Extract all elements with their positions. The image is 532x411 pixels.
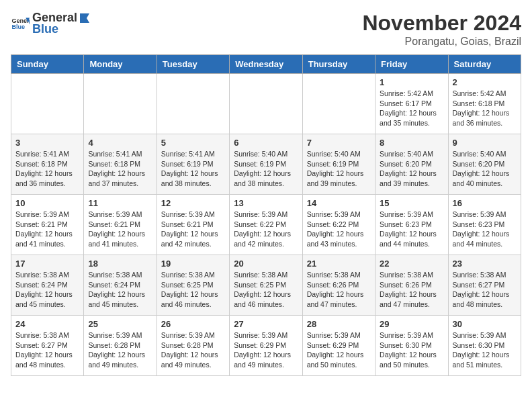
calendar-week-row: 17Sunrise: 5:38 AM Sunset: 6:24 PM Dayli… (11, 255, 521, 316)
day-number: 22 (380, 259, 443, 269)
calendar-cell: 28Sunrise: 5:39 AM Sunset: 6:29 PM Dayli… (302, 316, 375, 376)
day-info: Sunrise: 5:39 AM Sunset: 6:29 PM Dayligh… (234, 330, 298, 370)
calendar-cell: 25Sunrise: 5:39 AM Sunset: 6:28 PM Dayli… (84, 316, 157, 376)
day-info: Sunrise: 5:39 AM Sunset: 6:22 PM Dayligh… (234, 210, 298, 249)
day-number: 13 (234, 198, 298, 208)
day-number: 10 (15, 198, 79, 208)
calendar-cell: 24Sunrise: 5:38 AM Sunset: 6:27 PM Dayli… (11, 316, 84, 376)
calendar-cell: 17Sunrise: 5:38 AM Sunset: 6:24 PM Dayli… (11, 255, 84, 316)
calendar-table: SundayMondayTuesdayWednesdayThursdayFrid… (11, 54, 521, 376)
calendar-cell: 16Sunrise: 5:39 AM Sunset: 6:23 PM Dayli… (448, 195, 521, 255)
svg-marker-4 (80, 13, 89, 23)
day-number: 21 (307, 259, 371, 269)
page-header: General Blue General Blue November 2024 … (11, 11, 521, 48)
weekday-header-thursday: Thursday (302, 55, 375, 74)
day-number: 29 (380, 319, 443, 329)
day-info: Sunrise: 5:41 AM Sunset: 6:18 PM Dayligh… (88, 149, 152, 189)
calendar-cell: 19Sunrise: 5:38 AM Sunset: 6:25 PM Dayli… (157, 255, 229, 316)
weekday-header-wednesday: Wednesday (230, 55, 302, 74)
calendar-cell: 22Sunrise: 5:38 AM Sunset: 6:26 PM Dayli… (375, 255, 448, 316)
day-info: Sunrise: 5:38 AM Sunset: 6:26 PM Dayligh… (380, 270, 443, 310)
day-info: Sunrise: 5:40 AM Sunset: 6:20 PM Dayligh… (380, 149, 443, 189)
calendar-cell: 9Sunrise: 5:40 AM Sunset: 6:20 PM Daylig… (448, 134, 521, 195)
calendar-cell (11, 74, 84, 134)
calendar-cell: 27Sunrise: 5:39 AM Sunset: 6:29 PM Dayli… (230, 316, 302, 376)
logo-flag-icon (79, 12, 91, 24)
day-info: Sunrise: 5:40 AM Sunset: 6:20 PM Dayligh… (453, 149, 517, 189)
calendar-cell: 20Sunrise: 5:38 AM Sunset: 6:25 PM Dayli… (230, 255, 302, 316)
day-info: Sunrise: 5:38 AM Sunset: 6:24 PM Dayligh… (88, 270, 152, 310)
title-area: November 2024 Porangatu, Goias, Brazil (362, 11, 521, 48)
day-info: Sunrise: 5:39 AM Sunset: 6:28 PM Dayligh… (161, 330, 225, 370)
calendar-cell (84, 74, 157, 134)
day-number: 14 (307, 198, 371, 208)
weekday-header-monday: Monday (84, 55, 157, 74)
day-number: 4 (88, 138, 152, 148)
calendar-cell: 21Sunrise: 5:38 AM Sunset: 6:26 PM Dayli… (302, 255, 375, 316)
day-number: 16 (453, 198, 517, 208)
calendar-cell: 23Sunrise: 5:38 AM Sunset: 6:27 PM Dayli… (448, 255, 521, 316)
calendar-cell: 2Sunrise: 5:42 AM Sunset: 6:18 PM Daylig… (448, 74, 521, 134)
day-info: Sunrise: 5:42 AM Sunset: 6:18 PM Dayligh… (453, 89, 517, 128)
day-info: Sunrise: 5:39 AM Sunset: 6:21 PM Dayligh… (88, 210, 152, 249)
day-number: 27 (234, 319, 298, 329)
calendar-cell: 18Sunrise: 5:38 AM Sunset: 6:24 PM Dayli… (84, 255, 157, 316)
day-number: 2 (453, 77, 517, 87)
day-number: 18 (88, 259, 152, 269)
day-info: Sunrise: 5:38 AM Sunset: 6:27 PM Dayligh… (453, 270, 517, 310)
day-info: Sunrise: 5:39 AM Sunset: 6:23 PM Dayligh… (453, 210, 517, 249)
day-info: Sunrise: 5:40 AM Sunset: 6:19 PM Dayligh… (234, 149, 298, 189)
calendar-cell: 6Sunrise: 5:40 AM Sunset: 6:19 PM Daylig… (230, 134, 302, 195)
logo-icon: General Blue (11, 14, 30, 33)
calendar-cell: 4Sunrise: 5:41 AM Sunset: 6:18 PM Daylig… (84, 134, 157, 195)
day-number: 24 (15, 319, 79, 329)
calendar-cell (302, 74, 375, 134)
weekday-header-friday: Friday (375, 55, 448, 74)
day-info: Sunrise: 5:40 AM Sunset: 6:19 PM Dayligh… (307, 149, 371, 189)
day-number: 8 (380, 138, 443, 148)
day-info: Sunrise: 5:38 AM Sunset: 6:24 PM Dayligh… (15, 270, 79, 310)
calendar-week-row: 1Sunrise: 5:42 AM Sunset: 6:17 PM Daylig… (11, 74, 521, 134)
day-number: 6 (234, 138, 298, 148)
calendar-cell: 3Sunrise: 5:41 AM Sunset: 6:18 PM Daylig… (11, 134, 84, 195)
day-info: Sunrise: 5:39 AM Sunset: 6:29 PM Dayligh… (307, 330, 371, 370)
day-info: Sunrise: 5:39 AM Sunset: 6:28 PM Dayligh… (88, 330, 152, 370)
day-number: 17 (15, 259, 79, 269)
day-info: Sunrise: 5:39 AM Sunset: 6:22 PM Dayligh… (307, 210, 371, 249)
calendar-week-row: 24Sunrise: 5:38 AM Sunset: 6:27 PM Dayli… (11, 316, 521, 376)
day-info: Sunrise: 5:39 AM Sunset: 6:23 PM Dayligh… (380, 210, 443, 249)
calendar-cell: 5Sunrise: 5:41 AM Sunset: 6:19 PM Daylig… (157, 134, 229, 195)
day-info: Sunrise: 5:41 AM Sunset: 6:19 PM Dayligh… (161, 149, 225, 189)
calendar-cell (230, 74, 302, 134)
calendar-cell: 15Sunrise: 5:39 AM Sunset: 6:23 PM Dayli… (375, 195, 448, 255)
day-number: 23 (453, 259, 517, 269)
day-info: Sunrise: 5:39 AM Sunset: 6:21 PM Dayligh… (161, 210, 225, 249)
weekday-header-sunday: Sunday (11, 55, 84, 74)
day-number: 20 (234, 259, 298, 269)
svg-text:Blue: Blue (11, 24, 25, 30)
day-number: 11 (88, 198, 152, 208)
month-title: November 2024 (362, 11, 521, 36)
day-info: Sunrise: 5:41 AM Sunset: 6:18 PM Dayligh… (15, 149, 79, 189)
location-subtitle: Porangatu, Goias, Brazil (362, 36, 521, 48)
day-info: Sunrise: 5:39 AM Sunset: 6:21 PM Dayligh… (15, 210, 79, 249)
calendar-cell: 7Sunrise: 5:40 AM Sunset: 6:19 PM Daylig… (302, 134, 375, 195)
day-info: Sunrise: 5:38 AM Sunset: 6:26 PM Dayligh… (307, 270, 371, 310)
day-number: 12 (161, 198, 225, 208)
day-number: 7 (307, 138, 371, 148)
weekday-header-saturday: Saturday (448, 55, 521, 74)
calendar-cell: 26Sunrise: 5:39 AM Sunset: 6:28 PM Dayli… (157, 316, 229, 376)
day-info: Sunrise: 5:38 AM Sunset: 6:27 PM Dayligh… (15, 330, 79, 370)
day-info: Sunrise: 5:39 AM Sunset: 6:30 PM Dayligh… (380, 330, 443, 370)
calendar-cell: 13Sunrise: 5:39 AM Sunset: 6:22 PM Dayli… (230, 195, 302, 255)
calendar-cell: 10Sunrise: 5:39 AM Sunset: 6:21 PM Dayli… (11, 195, 84, 255)
logo: General Blue General Blue (11, 11, 91, 36)
weekday-header-tuesday: Tuesday (157, 55, 229, 74)
day-info: Sunrise: 5:38 AM Sunset: 6:25 PM Dayligh… (161, 270, 225, 310)
day-number: 1 (380, 77, 443, 87)
day-number: 19 (161, 259, 225, 269)
calendar-cell: 8Sunrise: 5:40 AM Sunset: 6:20 PM Daylig… (375, 134, 448, 195)
calendar-cell: 29Sunrise: 5:39 AM Sunset: 6:30 PM Dayli… (375, 316, 448, 376)
calendar-week-row: 10Sunrise: 5:39 AM Sunset: 6:21 PM Dayli… (11, 195, 521, 255)
calendar-cell (157, 74, 229, 134)
